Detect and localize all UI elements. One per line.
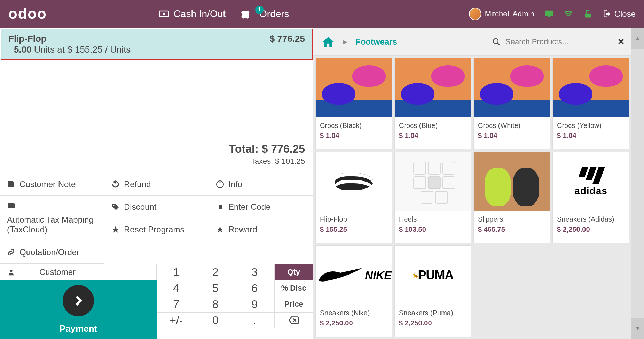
product-card[interactable]: Heels $ 103.50 xyxy=(394,152,471,243)
auto-tax-button[interactable]: Automatic Tax Mapping (TaxCloud) xyxy=(0,196,104,241)
numkey-4[interactable]: 4 xyxy=(157,280,196,296)
backspace-icon xyxy=(288,315,299,326)
mode-disc[interactable]: % Disc xyxy=(274,280,314,296)
svg-rect-20 xyxy=(414,177,426,189)
scroll-down[interactable]: ▼ xyxy=(631,318,644,339)
numkey-7[interactable]: 7 xyxy=(157,296,196,312)
numkey-dot[interactable]: . xyxy=(235,312,274,328)
svg-point-16 xyxy=(493,39,498,44)
close-icon[interactable]: ✕ xyxy=(618,37,625,47)
info-icon xyxy=(216,180,224,188)
orders-badge: 1 xyxy=(255,6,264,14)
product-card[interactable]: Slippers $ 465.75 xyxy=(473,152,550,243)
order-totals: Total: $ 776.25 Taxes: $ 101.25 xyxy=(0,136,313,173)
star-icon xyxy=(111,225,120,234)
unlock-icon[interactable] xyxy=(583,9,593,19)
orders-label: Orders xyxy=(259,8,289,20)
product-card[interactable]: NIKE Sneakers (Nike) $ 2,250.00 xyxy=(315,245,392,337)
breadcrumb: ▶ Footwears xyxy=(313,35,406,48)
customer-note-button[interactable]: Customer Note xyxy=(0,173,104,196)
numkey-3[interactable]: 3 xyxy=(235,264,274,280)
product-card[interactable]: Crocs (Blue) $ 1.04 xyxy=(394,58,471,149)
product-name: Crocs (Black) xyxy=(316,117,392,132)
product-price: $ 465.75 xyxy=(474,225,550,238)
product-card[interactable]: Crocs (Black) $ 1.04 xyxy=(315,58,392,149)
close-button[interactable]: Close xyxy=(603,9,636,19)
numkey-9[interactable]: 9 xyxy=(235,296,274,312)
product-card[interactable]: Flip-Flop $ 155.25 xyxy=(315,152,392,243)
header-bar: odoo Cash In/Out 1 Orders Mitchell Admin xyxy=(0,0,644,28)
numkey-sign[interactable]: +/- xyxy=(157,312,196,328)
product-price: $ 2,250.00 xyxy=(316,319,392,332)
discount-button[interactable]: Discount xyxy=(104,196,209,218)
product-name: Crocs (Blue) xyxy=(395,117,471,132)
cash-in-out-button[interactable]: Cash In/Out xyxy=(158,8,226,20)
refund-button[interactable]: Refund xyxy=(104,173,209,196)
svg-rect-6 xyxy=(220,184,220,186)
star-icon xyxy=(216,225,224,234)
order-line-selected[interactable]: Flip-Flop 5.00 Units at $ 155.25 / Units… xyxy=(1,29,313,60)
backspace-key[interactable] xyxy=(274,312,314,328)
svg-rect-2 xyxy=(545,11,553,16)
mode-price[interactable]: Price xyxy=(274,296,314,312)
cash-label: Cash In/Out xyxy=(174,8,226,20)
product-price: $ 2,250.00 xyxy=(395,319,471,332)
home-icon[interactable] xyxy=(322,35,335,48)
orderline-detail: 5.00 Units at $ 155.25 / Units xyxy=(14,44,131,55)
chevron-right-icon xyxy=(63,285,94,316)
numkey-1[interactable]: 1 xyxy=(157,264,196,280)
payment-button[interactable]: Payment xyxy=(0,280,157,339)
user-menu[interactable]: Mitchell Admin xyxy=(469,8,534,20)
book-icon xyxy=(7,202,15,210)
product-name: Flip-Flop xyxy=(316,211,392,225)
wifi-icon[interactable] xyxy=(564,9,573,19)
product-price: $ 1.04 xyxy=(474,132,550,145)
numkey-8[interactable]: 8 xyxy=(196,296,235,312)
svg-point-15 xyxy=(10,270,12,272)
money-icon xyxy=(158,8,170,20)
product-price: $ 103.50 xyxy=(395,225,471,238)
undo-icon xyxy=(111,180,120,188)
product-image xyxy=(316,152,392,211)
barcode-icon xyxy=(216,203,224,211)
scroll-up[interactable]: ▲ xyxy=(631,28,644,49)
reward-button[interactable]: Reward xyxy=(209,218,313,241)
product-price: $ 155.25 xyxy=(316,225,392,238)
mode-qty[interactable]: Qty xyxy=(274,264,314,280)
svg-rect-9 xyxy=(217,205,217,209)
numkey-5[interactable]: 5 xyxy=(196,280,235,296)
product-card[interactable]: adidas Sneakers (Adidas) $ 2,250.00 xyxy=(552,152,629,243)
svg-rect-22 xyxy=(443,177,455,189)
search-box: ✕ xyxy=(485,33,631,51)
svg-point-7 xyxy=(220,182,221,183)
avatar xyxy=(469,8,481,20)
svg-rect-3 xyxy=(548,16,550,17)
product-card[interactable]: Crocs (White) $ 1.04 xyxy=(473,58,550,149)
numkey-0[interactable]: 0 xyxy=(196,312,235,328)
search-input[interactable] xyxy=(505,37,613,46)
product-name: Slippers xyxy=(474,211,550,225)
info-button[interactable]: Info xyxy=(209,173,313,196)
ticket-icon xyxy=(241,9,251,19)
numkey-2[interactable]: 2 xyxy=(196,264,235,280)
quotation-button[interactable]: Quotation/Order xyxy=(0,241,104,264)
enter-code-button[interactable]: Enter Code xyxy=(209,196,313,218)
svg-rect-24 xyxy=(435,191,448,203)
product-card[interactable]: 🐆PUMA Sneakers (Puma) $ 2,250.00 xyxy=(394,245,471,337)
product-name: Heels xyxy=(395,211,471,225)
product-name: Crocs (White) xyxy=(474,117,550,132)
search-icon xyxy=(492,38,501,46)
svg-rect-19 xyxy=(443,162,455,174)
link-icon xyxy=(7,248,15,256)
product-card[interactable]: Crocs (Yellow) $ 1.04 xyxy=(552,58,629,149)
orders-button[interactable]: 1 Orders xyxy=(241,8,289,20)
svg-rect-12 xyxy=(220,205,221,209)
customer-button[interactable]: Customer xyxy=(0,264,157,280)
product-image: adidas xyxy=(553,152,629,211)
reset-programs-button[interactable]: Reset Programs xyxy=(104,218,209,241)
monitor-icon[interactable] xyxy=(544,9,554,19)
numkey-6[interactable]: 6 xyxy=(235,280,274,296)
product-name: Sneakers (Adidas) xyxy=(553,211,629,225)
close-label: Close xyxy=(614,9,636,19)
breadcrumb-category[interactable]: Footwears xyxy=(355,37,397,47)
